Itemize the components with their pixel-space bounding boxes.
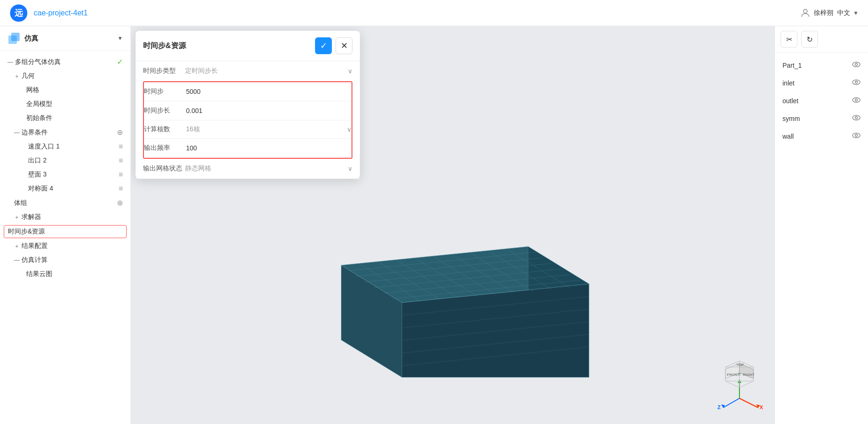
tree-label: 全局模型 [26,100,123,108]
visibility-icon[interactable] [852,132,861,141]
tree-label: 体组 [14,199,117,207]
time-resource-dialog: 时间步&资源 ✓ ✕ 时间步类型 定时间步长 ∨ [136,31,360,179]
part-item-part1[interactable]: Part_1 [775,57,868,74]
select-value: 静态网格 [185,164,211,173]
svg-point-2 [803,9,807,13]
tree-label: 结果云图 [26,270,123,278]
field-label: 时间步 [144,87,186,96]
scissors-tool-button[interactable]: ✂ [781,31,797,48]
sidebar-item-mesh[interactable]: 网格 [0,83,130,97]
visibility-icon[interactable] [852,61,861,70]
svg-text:RIGHT: RIGHT [743,373,754,377]
calc-cores-select[interactable]: 16核 ∨ [186,125,352,134]
sidebar-item-body-group[interactable]: 体组 ⊕ [0,196,130,210]
dropdown-icon: ∨ [348,67,352,75]
tree-label: 出口 2 [28,156,119,165]
sidebar-item-wall[interactable]: 壁面 3 ≡ [0,168,130,182]
part-item-inlet[interactable]: inlet [775,74,868,92]
time-step-length-input[interactable] [186,106,352,115]
sidebar-item-symm[interactable]: 对称面 4 ≡ [0,182,130,196]
part-item-symm[interactable]: symm [775,110,868,127]
sidebar-item-outlet[interactable]: 出口 2 ≡ [0,154,130,168]
tree-label: 速度入口 1 [28,142,119,151]
part-item-wall[interactable]: wall [775,127,868,145]
tree-label: 时间步&资源 [8,227,122,236]
sidebar-item-solver[interactable]: ＋ 求解器 [0,210,130,224]
sidebar-item-vel-inlet[interactable]: 速度入口 1 ≡ [0,140,130,154]
svg-rect-4 [11,33,20,41]
sidebar-item-geometry[interactable]: ＋ 几何 [0,69,130,83]
part-item-outlet[interactable]: outlet [775,92,868,110]
sidebar-item-init-cond[interactable]: 初始条件 [0,111,130,125]
part-label: symm [782,115,800,122]
output-freq-input[interactable] [186,143,352,153]
logo-icon: 远 [9,4,28,22]
expand-icon: — [14,257,20,263]
scissors-icon: ✂ [786,35,792,44]
menu-icon[interactable]: ≡ [119,184,123,193]
field-value[interactable]: 定时间步长 ∨ [185,67,352,75]
svg-point-56 [853,80,860,85]
tree-label: 多组分气体仿真 [15,58,117,66]
tree-label: 对称面 4 [28,184,119,193]
sidebar-item-result-config[interactable]: ＋ 结果配置 [0,239,130,253]
svg-line-36 [739,398,758,408]
part-label: outlet [782,97,798,105]
field-value [186,106,352,115]
language-label: 中文 [837,9,850,17]
svg-point-57 [855,81,858,84]
svg-point-55 [855,64,858,66]
reset-tool-button[interactable]: ↺ [801,31,818,48]
sidebar-item-result-cloud[interactable]: 结果云图 [0,267,130,281]
user-info: 徐梓朔 [800,7,833,19]
part-label: wall [782,133,794,140]
close-button[interactable]: ✕ [336,37,352,54]
highlighted-fields-group: 时间步 时间步长 计算核数 [143,81,352,159]
field-value[interactable]: 16核 ∨ [186,125,352,134]
sidebar-collapse-icon[interactable]: ▼ [117,35,123,42]
field-label: 计算核数 [144,125,186,134]
field-label: 输出频率 [144,144,186,152]
visibility-icon[interactable] [852,97,861,105]
add-body-icon[interactable]: ⊕ [117,198,123,207]
time-step-input[interactable] [186,87,352,96]
sidebar-tree: — 多组分气体仿真 ✓ ＋ 几何 网格 全局模型 初始条件 [0,51,130,285]
confirm-button[interactable]: ✓ [315,37,332,54]
right-panel: ✂ ↺ Part_1 inlet [775,26,868,424]
field-output-mesh: 输出网格状态 静态网格 ∨ [136,159,360,179]
expand-icon: — [14,129,20,136]
sidebar-item-time-resource[interactable]: 时间步&资源 [4,225,127,238]
time-step-type-select[interactable]: 定时间步长 ∨ [185,67,352,75]
tree-label: 结果配置 [22,242,123,250]
visibility-icon[interactable] [852,79,861,87]
tree-label: 边界条件 [22,128,117,137]
user-name: 徐梓朔 [814,9,833,17]
status-icon: ✓ [117,57,123,66]
language-selector[interactable]: 中文 ▼ [837,9,859,17]
coord-cube-svg: Z X Y TOP FRONT [714,354,765,410]
menu-icon[interactable]: ≡ [119,156,123,165]
field-time-step: 时间步 [144,82,352,101]
tree-label: 初始条件 [26,114,123,122]
svg-text:FRONT: FRONT [727,373,740,377]
user-icon [800,7,811,19]
sidebar-title-text: 仿真 [24,34,38,43]
output-mesh-select[interactable]: 静态网格 ∨ [185,164,352,173]
visibility-icon[interactable] [852,114,861,123]
svg-point-62 [853,133,860,138]
dialog-header: 时间步&资源 ✓ ✕ [136,31,360,61]
sidebar-item-boundary[interactable]: — 边界条件 ⊕ [0,125,130,140]
menu-icon[interactable]: ≡ [119,170,123,179]
header-right: 徐梓朔 中文 ▼ [800,7,859,19]
sidebar-item-multigas[interactable]: — 多组分气体仿真 ✓ [0,55,130,69]
field-label: 时间步长 [144,106,186,115]
add-boundary-icon[interactable]: ⊕ [117,128,123,137]
sidebar-item-sim-calc[interactable]: — 仿真计算 [0,253,130,267]
menu-icon[interactable]: ≡ [119,142,123,151]
cube-icon [7,32,21,45]
sidebar: 仿真 ▼ — 多组分气体仿真 ✓ ＋ 几何 网格 全局模型 [0,26,131,424]
svg-text:X: X [760,404,763,410]
tree-label: 壁面 3 [28,170,119,179]
sidebar-item-global-model[interactable]: 全局模型 [0,97,130,111]
field-value[interactable]: 静态网格 ∨ [185,164,352,173]
